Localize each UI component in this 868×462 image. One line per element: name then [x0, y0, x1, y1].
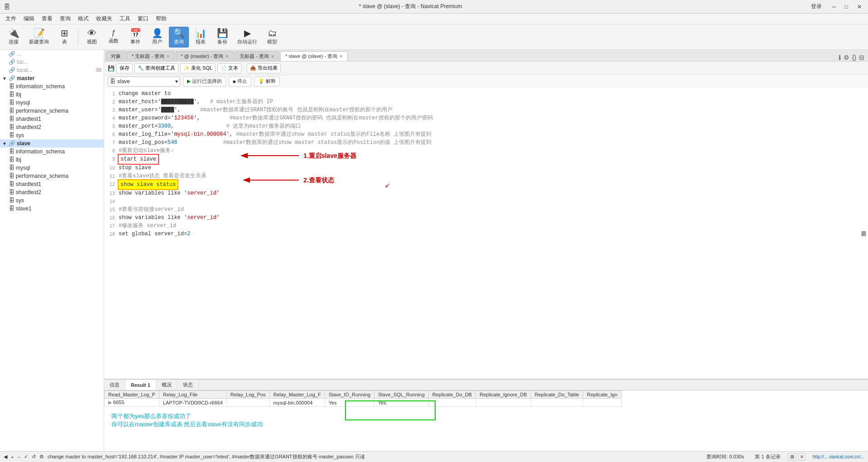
user-login[interactable]: 登录 — [811, 3, 822, 10]
status-minus-btn[interactable]: − — [17, 454, 20, 460]
tab-slave-query[interactable]: * slave @ (slave) - 查询 ✕ — [280, 51, 348, 61]
status-refresh-btn[interactable]: ↺ — [32, 454, 36, 460]
slave-db-shardtest1[interactable]: 🗄 shardtest1 — [7, 180, 104, 188]
form-view-btn[interactable]: ≡ — [798, 453, 806, 461]
toolbar-user[interactable]: 👤 用户 — [147, 27, 167, 48]
slave-db-sys[interactable]: 🗄 sys — [7, 196, 104, 205]
settings-icon[interactable]: ⚙ — [844, 54, 849, 61]
explain-button[interactable]: 💡 解释 — [254, 76, 280, 86]
grid-view-btn[interactable]: ⊞ — [788, 453, 796, 461]
text-icon: 📄 — [221, 65, 227, 71]
beautify-button[interactable]: ✨ 美化 SQL — [180, 63, 216, 73]
tab-unnamed2[interactable]: 无标题 - 查询 ✕ — [235, 51, 279, 61]
menu-format[interactable]: 格式 — [74, 14, 92, 24]
toolbar-report[interactable]: 📊 报表 — [191, 27, 211, 48]
col-replicate-do-table: Replicate_Do_Table — [531, 391, 583, 399]
chevron-down-icon: ▾ — [175, 78, 178, 85]
toolbar-autorun[interactable]: ▶ 自动运行 — [234, 27, 260, 48]
tabbar: 对象 * 无标题 - 查询 ✕ * @ (master) - 查询 ✕ 无标题 … — [104, 50, 868, 62]
win-max-btn[interactable]: □ — [842, 4, 851, 10]
result-tab-result1[interactable]: Result 1 — [125, 380, 156, 390]
win-min-btn[interactable]: ─ — [829, 4, 839, 10]
page-info: 第 1 各记录 — [755, 453, 780, 460]
sidebar-item-top2[interactable]: 🔗 loc... — [0, 58, 104, 66]
master-db-shardtest2[interactable]: 🗄 shardtest2 — [7, 123, 104, 131]
master-db-performance_schema[interactable]: 🗄 performance_schema — [7, 107, 104, 115]
cell-relay-master-log: mysql-bin.000004 — [269, 399, 325, 407]
code-line-5: 5 master_port=3309, # 这里为master服务器的端口 — [104, 122, 868, 130]
event-icon: 📅 — [130, 29, 141, 38]
sidebar-item-top3[interactable]: 🔗 local... 96 — [0, 66, 104, 74]
text-button[interactable]: 📄 文本 — [217, 63, 241, 73]
menu-file[interactable]: 文件 — [2, 14, 20, 24]
result-tab-status[interactable]: 状态 — [177, 380, 199, 390]
db-icon: 🗄 — [9, 165, 14, 171]
layout-icon[interactable]: ⊟ — [859, 54, 864, 61]
explain-icon: 💡 — [258, 78, 264, 84]
sidebar: 🔗 ... 🔗 loc... 🔗 local... 96 ▼ 🔗 master … — [0, 50, 104, 451]
menu-window[interactable]: 窗口 — [134, 14, 152, 24]
col-replicate-ignore-db: Replicate_Ignore_DB — [476, 391, 531, 399]
toolbar-backup[interactable]: 💾 备份 — [212, 27, 232, 48]
stop-button[interactable]: ■ 停止 — [229, 76, 251, 86]
slave-db-shardtest2[interactable]: 🗄 shardtest2 — [7, 188, 104, 196]
model-icon: 🗂 — [268, 29, 277, 38]
menu-tools[interactable]: 工具 — [116, 14, 134, 24]
menu-query[interactable]: 查询 — [56, 14, 74, 24]
tab-object[interactable]: 对象 — [106, 51, 126, 61]
toolbar-table[interactable]: ⊞ 表 — [54, 27, 74, 48]
toolbar-query[interactable]: 🔍 查询 — [169, 27, 189, 48]
master-db-mysql[interactable]: 🗄 mysql — [7, 99, 104, 107]
master-db-lbj[interactable]: 🗄 lbj — [7, 90, 104, 99]
slave-db-mysql[interactable]: 🗄 mysql — [7, 164, 104, 172]
tab-close-unnamed2[interactable]: ✕ — [271, 54, 274, 59]
status-settings-btn[interactable]: ⚙ — [39, 454, 44, 460]
toolbar-connect[interactable]: 🔌 连接 — [4, 27, 24, 48]
tab-close-master[interactable]: ✕ — [225, 54, 229, 59]
toolbar-event[interactable]: 📅 事件 — [125, 27, 145, 48]
code-line-15: 15 #查看当前链接server_id — [104, 205, 868, 214]
sidebar-group-master[interactable]: ▼ 🔗 master — [0, 74, 104, 82]
menu-favorites[interactable]: 收藏夹 — [92, 14, 116, 24]
code-editor[interactable]: 1 change master to 2 master_host='██████… — [104, 88, 868, 379]
menu-help[interactable]: 帮助 — [152, 14, 170, 24]
tab-close-unnamed[interactable]: ✕ — [166, 54, 170, 59]
sidebar-item-top1[interactable]: 🔗 ... — [0, 50, 104, 58]
save-button[interactable]: 保存 — [116, 63, 133, 73]
code-icon[interactable]: {} — [852, 54, 856, 61]
master-db-sys[interactable]: 🗄 sys — [7, 131, 104, 139]
status-add-btn[interactable]: + — [11, 454, 14, 460]
tab-unnamed-query[interactable]: * 无标题 - 查询 ✕ — [127, 51, 175, 61]
status-scroll-left[interactable]: ◀ — [4, 454, 7, 460]
toolbar-new-query[interactable]: 📝 新建查询 — [25, 27, 53, 48]
slave-db-slave1[interactable]: 🗄 slave1 — [7, 205, 104, 213]
toolbar-model[interactable]: 🗂 模型 — [262, 27, 282, 48]
menu-view[interactable]: 查看 — [38, 14, 56, 24]
db-icon: 🗄 — [9, 148, 14, 155]
slave-db-lbj[interactable]: 🗄 lbj — [7, 156, 104, 164]
slave-db-information_schema[interactable]: 🗄 information_schema — [7, 148, 104, 156]
sidebar-group-slave[interactable]: ▼ 🔗 slave — [0, 139, 104, 148]
status-check-btn[interactable]: ✓ — [24, 454, 28, 460]
menu-edit[interactable]: 编辑 — [20, 14, 38, 24]
toolbar-function[interactable]: ƒ 函数 — [104, 27, 124, 48]
titlebar: 🗄 * slave @ (slave) - 查询 - Navicat Premi… — [0, 0, 868, 14]
tab-master-query[interactable]: * @ (master) - 查询 ✕ — [176, 51, 234, 61]
master-db-shardtest1[interactable]: 🗄 shardtest1 — [7, 115, 104, 123]
cell-slave-sql-running: Yes — [374, 399, 429, 407]
tab-close-slave[interactable]: ✕ — [339, 54, 343, 59]
result-table-container[interactable]: Read_Master_Log_P Relay_Log_File Relay_L… — [104, 391, 868, 451]
result-tab-overview[interactable]: 概况 — [156, 380, 177, 390]
master-db-information_schema[interactable]: 🗄 information_schema — [7, 82, 104, 90]
run-selected-button[interactable]: ▶ 运行已选择的 — [183, 76, 226, 86]
query-builder-button[interactable]: 🔧 查询创建工具 — [134, 63, 178, 73]
win-close-btn[interactable]: ✕ — [854, 4, 864, 10]
result-tab-info[interactable]: 信息 — [104, 380, 125, 390]
result-area: 信息 Result 1 概况 状态 Read_Master_Log_P Rela… — [104, 379, 868, 451]
export-button[interactable]: 📤 导出结果 — [247, 63, 281, 73]
table-row[interactable]: ▶ 6655 LAPTOP-TVD0I9CD-r6664 mysql-bin.0… — [105, 399, 622, 407]
slave-db-performance_schema[interactable]: 🗄 performance_schema — [7, 172, 104, 180]
toolbar-view[interactable]: 👁 视图 — [82, 27, 102, 48]
db-selector[interactable]: 🗄 slave ▾ — [108, 76, 180, 86]
info-icon[interactable]: ℹ — [839, 54, 841, 61]
